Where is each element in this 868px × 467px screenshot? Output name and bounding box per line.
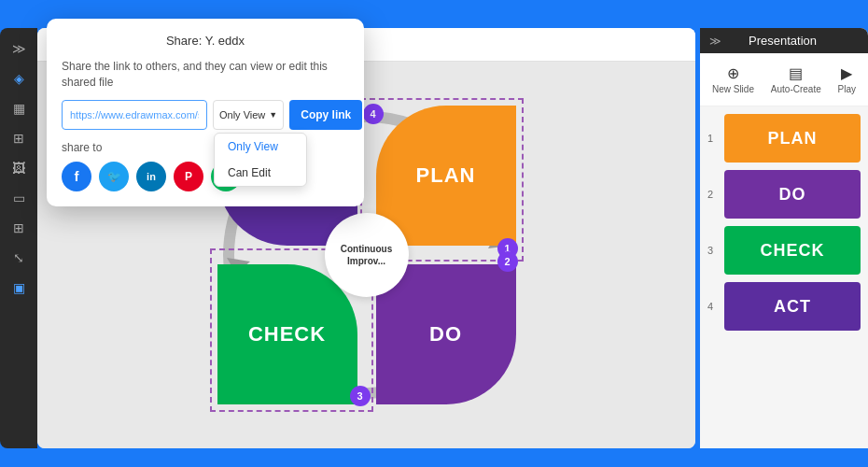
badge-4: 4 bbox=[363, 104, 384, 124]
left-sidebar: ≫ ◈ ▦ ⊞ 🖼 ▭ ⊞ ⤡ ▣ bbox=[0, 28, 37, 448]
facebook-share-btn[interactable]: f bbox=[62, 162, 91, 191]
copy-link-button[interactable]: Copy link bbox=[289, 100, 362, 130]
panel-header: ≫ Presentation bbox=[700, 28, 868, 53]
sidebar-grid-icon[interactable]: ▦ bbox=[6, 95, 32, 121]
new-slide-icon: ⊕ bbox=[727, 64, 739, 82]
sidebar-image-icon[interactable]: 🖼 bbox=[6, 155, 32, 181]
slide-thumb-label-2: DO bbox=[779, 185, 806, 205]
sidebar-expand-icon[interactable]: ≫ bbox=[6, 35, 32, 62]
sidebar-table-icon[interactable]: ⊞ bbox=[6, 215, 32, 241]
share-link-input[interactable] bbox=[62, 100, 207, 130]
share-permission-dropdown[interactable]: Only View ▼ Only View Can Edit bbox=[213, 100, 284, 130]
badge-2: 2 bbox=[497, 251, 518, 272]
permission-label: Only View bbox=[219, 109, 265, 120]
center-line2: Improv... bbox=[347, 255, 385, 267]
slide-thumb-2[interactable]: DO bbox=[724, 170, 861, 219]
panel-title: Presentation bbox=[749, 34, 817, 48]
auto-create-btn[interactable]: ▤ Auto-Create bbox=[765, 61, 827, 98]
slide-num-1: 1 bbox=[707, 133, 719, 144]
permission-menu: Only View Can Edit bbox=[214, 133, 307, 187]
slide-num-3: 3 bbox=[707, 245, 719, 256]
center-circle: Continuous Improv... bbox=[325, 213, 409, 297]
share-link-row: Only View ▼ Only View Can Edit Copy link bbox=[62, 100, 349, 130]
play-icon: ▶ bbox=[841, 64, 852, 82]
option-can-edit[interactable]: Can Edit bbox=[215, 160, 306, 186]
sidebar-layers-icon[interactable]: ⊞ bbox=[6, 125, 32, 151]
panel-expand-icon[interactable]: ≫ bbox=[709, 35, 721, 48]
linkedin-share-btn[interactable]: in bbox=[136, 162, 166, 191]
slide-thumb-label-3: CHECK bbox=[760, 241, 824, 261]
new-slide-btn[interactable]: ⊕ New Slide bbox=[707, 61, 760, 98]
slide-thumb-1[interactable]: PLAN bbox=[724, 114, 861, 163]
option-only-view[interactable]: Only View bbox=[215, 134, 306, 160]
slide-thumb-4[interactable]: ACT bbox=[724, 282, 861, 331]
center-line1: Continuous bbox=[341, 243, 393, 255]
slide-item-2[interactable]: 2 DO bbox=[707, 170, 861, 219]
sidebar-shapes-icon[interactable]: ◈ bbox=[6, 65, 32, 92]
slide-thumb-label-1: PLAN bbox=[768, 129, 818, 149]
quadrant-check: CHECK bbox=[217, 264, 357, 404]
permission-chevron-icon: ▼ bbox=[269, 110, 277, 120]
quadrant-do: DO bbox=[376, 264, 516, 404]
play-btn[interactable]: ▶ Play bbox=[833, 61, 861, 98]
check-label: CHECK bbox=[248, 322, 326, 347]
slide-item-4[interactable]: 4 ACT bbox=[707, 282, 861, 331]
panel-actions: ⊕ New Slide ▤ Auto-Create ▶ Play bbox=[700, 53, 868, 106]
quadrant-plan: PLAN bbox=[376, 106, 516, 246]
auto-create-icon: ▤ bbox=[789, 64, 803, 82]
auto-create-label: Auto-Create bbox=[771, 84, 821, 94]
slide-item-1[interactable]: 1 PLAN bbox=[707, 114, 861, 163]
play-label: Play bbox=[838, 84, 856, 94]
slides-list: 1 PLAN 2 DO 3 CHECK 4 ACT bbox=[700, 106, 868, 448]
slide-item-3[interactable]: 3 CHECK bbox=[707, 226, 861, 275]
slide-num-2: 2 bbox=[707, 189, 719, 200]
right-panel: ≫ Presentation ⊕ New Slide ▤ Auto-Create… bbox=[700, 28, 868, 448]
share-title: Share: Y. eddx bbox=[62, 34, 349, 48]
sidebar-present-icon[interactable]: ▣ bbox=[6, 275, 32, 301]
pinterest-share-btn[interactable]: P bbox=[174, 162, 203, 191]
share-desc: Share the link to others, and they can v… bbox=[62, 59, 349, 91]
sidebar-rect-icon[interactable]: ▭ bbox=[6, 185, 32, 211]
badge-3: 3 bbox=[350, 386, 371, 406]
slide-num-4: 4 bbox=[707, 301, 719, 312]
share-dialog: Share: Y. eddx Share the link to others,… bbox=[47, 19, 364, 206]
sidebar-resize-icon[interactable]: ⤡ bbox=[6, 245, 32, 271]
new-slide-label: New Slide bbox=[712, 84, 754, 94]
twitter-share-btn[interactable]: 🐦 bbox=[99, 162, 129, 191]
plan-label: PLAN bbox=[416, 163, 476, 188]
do-label: DO bbox=[429, 322, 462, 347]
slide-thumb-3[interactable]: CHECK bbox=[724, 226, 861, 275]
slide-thumb-label-4: ACT bbox=[774, 297, 811, 317]
